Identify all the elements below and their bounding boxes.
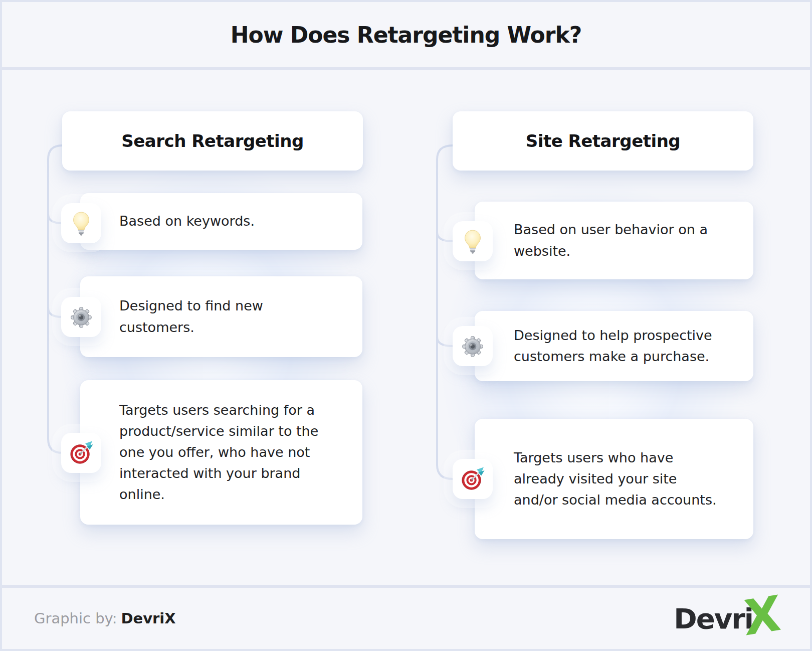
item-text: Based on user behavior on a website.	[514, 219, 718, 261]
credit-name: DevriX	[121, 610, 175, 627]
footer: Graphic by:DevriX Devri X	[2, 588, 810, 649]
gear-icon-tile	[453, 326, 493, 366]
gear-icon	[68, 304, 94, 330]
site-item-user-behavior-card: Based on user behavior on a website.	[475, 202, 753, 279]
item-text: Designed to find new customers.	[119, 295, 340, 338]
lightbulb-icon-tile	[61, 203, 101, 243]
target-icon	[460, 466, 486, 492]
gear-icon	[460, 333, 486, 359]
column-header-label: Site Retargeting	[526, 131, 680, 151]
site-item-visited-card: Targets users who have already visited y…	[475, 419, 753, 539]
devrix-logo: Devri X	[674, 597, 781, 640]
item-text: Targets users searching for a product/se…	[119, 400, 340, 506]
item-text: Based on keywords.	[119, 211, 255, 232]
column-header-site-retargeting: Site Retargeting	[453, 111, 753, 171]
credit-label: Graphic by:	[34, 610, 117, 627]
title-band: How Does Retargeting Work?	[2, 2, 810, 67]
search-item-targets-users-card: Targets users searching for a product/se…	[80, 380, 362, 525]
page-title: How Does Retargeting Work?	[231, 22, 582, 48]
gear-icon-tile	[61, 297, 101, 337]
search-item-keywords-card: Based on keywords.	[80, 193, 362, 250]
credit-line: Graphic by:DevriX	[34, 610, 176, 627]
lightbulb-icon	[68, 210, 94, 236]
lightbulb-icon-tile	[453, 221, 493, 261]
site-item-purchase-card: Designed to help prospective customers m…	[475, 311, 753, 381]
lightbulb-icon	[460, 228, 486, 254]
column-header-search-retargeting: Search Retargeting	[62, 111, 363, 171]
diagram-board: Search Retargeting Based on keywords. De…	[2, 70, 810, 585]
infographic-page: How Does Retargeting Work? Search Retarg…	[0, 0, 812, 651]
target-icon	[68, 440, 94, 466]
target-icon-tile	[453, 459, 493, 499]
search-item-new-customers-card: Designed to find new customers.	[80, 276, 362, 357]
target-icon-tile	[61, 433, 101, 473]
column-header-label: Search Retargeting	[121, 131, 304, 151]
logo-x-icon: X	[742, 589, 782, 643]
logo-wordmark: Devri	[674, 602, 753, 635]
item-text: Targets users who have already visited y…	[514, 447, 718, 511]
item-text: Designed to help prospective customers m…	[514, 325, 718, 367]
